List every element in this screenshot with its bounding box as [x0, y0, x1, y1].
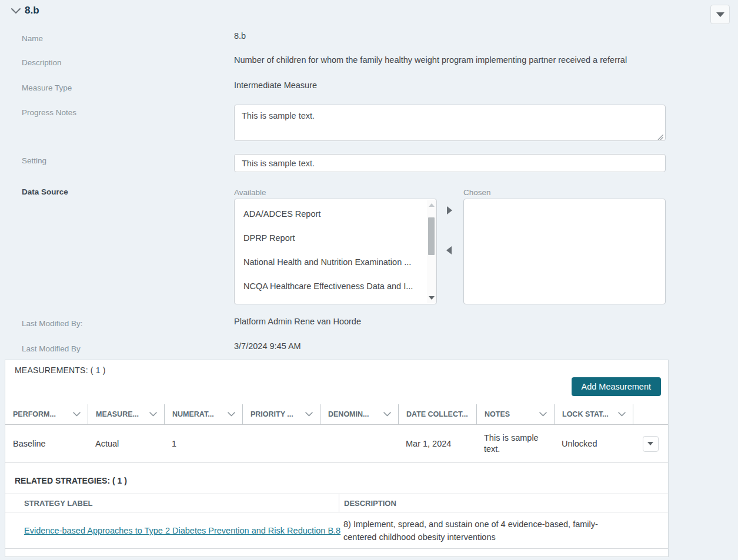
measurement-cell: Mar 1, 2024	[398, 425, 476, 462]
column-header-label: LOCK STAT...	[562, 410, 609, 418]
available-list-item[interactable]: NCQA Healthcare Effectiveness Data and I…	[235, 274, 426, 299]
available-label: Available	[234, 188, 266, 197]
description-column-header: DESCRIPTION	[339, 494, 668, 512]
move-to-chosen-button[interactable]	[447, 206, 452, 214]
column-header[interactable]: DENOMIN...	[320, 404, 398, 424]
column-header[interactable]: NOTES	[476, 404, 554, 424]
progress-notes-label: Progress Notes	[22, 108, 76, 117]
column-header-label: PRIORITY ...	[251, 410, 293, 418]
last-modified-date-value: 3/7/2024 9:45 AM	[234, 341, 301, 351]
column-menu-icon[interactable]	[383, 412, 391, 417]
available-list-item[interactable]: ADA/ADCES Report	[235, 202, 426, 226]
scroll-thumb[interactable]	[428, 217, 435, 255]
column-header[interactable]: PRIORITY ...	[242, 404, 320, 424]
measurement-cell	[242, 425, 320, 462]
column-menu-icon[interactable]	[539, 412, 547, 417]
add-measurement-button[interactable]: Add Measurement	[572, 377, 661, 396]
available-listbox[interactable]: ADA/ADCES ReportDPRP ReportNational Heal…	[234, 199, 437, 304]
measure-type-value: Intermediate Measure	[234, 81, 317, 90]
related-strategies-section-title: RELATED STRATEGIES: ( 1 )	[15, 476, 127, 485]
description-label: Description	[22, 58, 62, 67]
column-menu-icon[interactable]	[149, 412, 157, 417]
column-header[interactable]: MEASURE...	[88, 404, 164, 424]
measurement-cell	[320, 425, 398, 462]
scroll-down-icon[interactable]	[428, 294, 435, 302]
column-header-label: DENOMIN...	[328, 410, 369, 418]
measurements-section-title: MEASUREMENTS: ( 1 )	[15, 365, 106, 375]
column-menu-icon[interactable]	[228, 412, 235, 417]
scrollbar[interactable]	[427, 200, 436, 303]
chosen-listbox[interactable]	[463, 199, 666, 304]
measure-type-label: Measure Type	[22, 83, 72, 92]
section-menu-button[interactable]	[710, 5, 730, 24]
measurement-cell: Baseline	[5, 425, 88, 462]
scroll-up-icon[interactable]	[428, 201, 435, 209]
measurement-actions-cell	[633, 425, 668, 462]
column-header-label: NOTES	[485, 410, 510, 418]
progress-notes-textarea[interactable]: This is sample text.	[234, 105, 666, 141]
measurement-cell: 1	[164, 425, 242, 462]
chosen-label: Chosen	[463, 188, 491, 197]
measurement-cell: This is sample text.	[476, 425, 554, 462]
actions-column-header	[633, 404, 668, 424]
column-menu-icon[interactable]	[618, 412, 626, 417]
description-value: Number of children for whom the family h…	[234, 55, 657, 65]
column-header-label: PERFORM...	[13, 410, 56, 418]
measurement-cell: Unlocked	[554, 425, 633, 462]
strategy-description-cell: 8) Implement, spread, and sustain one of…	[339, 512, 668, 548]
measurements-panel: MEASUREMENTS: ( 1 ) Add Measurement PERF…	[5, 360, 669, 557]
setting-label: Setting	[22, 156, 46, 165]
strategy-label-column-header: STRATEGY LABEL	[5, 494, 339, 512]
caret-down-icon	[647, 442, 653, 445]
row-menu-button[interactable]	[643, 436, 659, 452]
column-header[interactable]: DATE COLLECT...	[398, 404, 476, 424]
last-modified-by-value: Platform Admin Rene van Hoorde	[234, 317, 361, 326]
measurement-cell: Actual	[88, 425, 164, 462]
related-strategies-header-row: STRATEGY LABEL DESCRIPTION	[5, 494, 668, 512]
strategy-link[interactable]: Evidence-based Approaches to Type 2 Diab…	[24, 526, 340, 535]
name-label: Name	[22, 34, 43, 43]
move-to-available-button[interactable]	[446, 246, 452, 254]
column-header[interactable]: NUMERAT...	[164, 404, 242, 424]
strategy-label-cell: Evidence-based Approaches to Type 2 Diab…	[5, 512, 339, 548]
column-menu-icon[interactable]	[73, 412, 81, 417]
measurements-header-row: PERFORM... MEASURE... NUMERAT... PRIORIT…	[5, 404, 668, 425]
column-menu-icon[interactable]	[305, 412, 313, 417]
setting-input[interactable]	[234, 154, 666, 172]
available-list-item[interactable]: DPRP Report	[235, 226, 426, 250]
name-value: 8.b	[234, 31, 246, 41]
measurement-row[interactable]: BaselineActual1Mar 1, 2024This is sample…	[5, 425, 668, 463]
collapse-chevron-icon[interactable]	[11, 8, 21, 14]
column-header[interactable]: LOCK STAT...	[554, 404, 633, 424]
column-header[interactable]: PERFORM...	[5, 404, 88, 424]
page-title: 8.b	[25, 5, 39, 16]
related-strategy-row: Evidence-based Approaches to Type 2 Diab…	[5, 512, 668, 549]
data-source-label: Data Source	[22, 187, 68, 196]
last-modified-by-label: Last Modified By:	[22, 319, 83, 328]
column-header-label: DATE COLLECT...	[406, 410, 468, 418]
available-items: ADA/ADCES ReportDPRP ReportNational Heal…	[235, 202, 426, 299]
caret-down-icon	[716, 12, 724, 17]
column-header-label: NUMERAT...	[172, 410, 214, 418]
last-modified-date-label: Last Modified By	[22, 344, 81, 353]
available-list-item[interactable]: National Health and Nutrition Examinatio…	[235, 250, 426, 274]
column-header-label: MEASURE...	[96, 410, 139, 418]
